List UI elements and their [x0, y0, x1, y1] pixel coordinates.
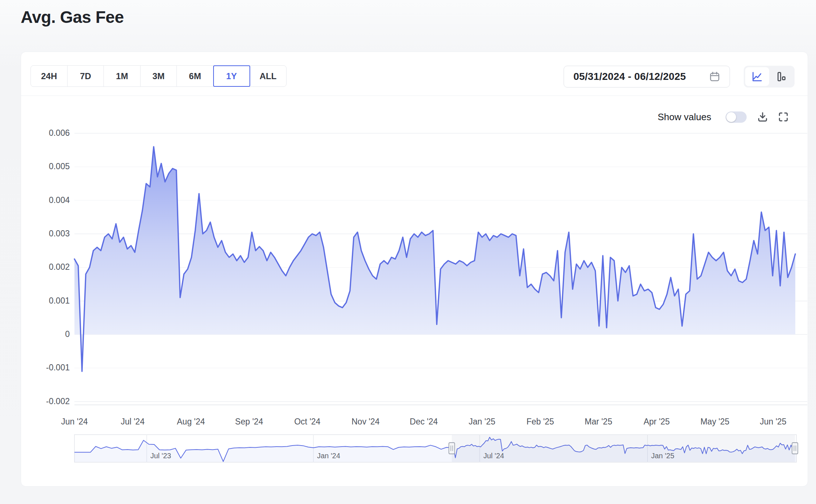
time-range-group: 24H 7D 1M 3M 6M 1Y ALL [31, 65, 287, 87]
range-button-6m[interactable]: 6M [176, 65, 214, 87]
y-axis-label: 0.003 [21, 229, 70, 239]
y-axis-label: -0.002 [21, 397, 70, 406]
range-button-3m[interactable]: 3M [140, 65, 177, 87]
y-axis-label: -0.001 [21, 363, 70, 373]
date-range-picker[interactable]: 05/31/2024 - 06/12/2025 [564, 66, 730, 88]
x-axis-label: Jun '25 [744, 417, 802, 427]
fullscreen-button[interactable] [777, 111, 789, 123]
date-range-text: 05/31/2024 - 06/12/2025 [573, 71, 686, 82]
x-axis-label: Nov '24 [337, 417, 395, 427]
x-axis-label: Feb '25 [511, 417, 569, 427]
y-axis-label: 0.006 [21, 128, 70, 138]
x-axis-label: May '25 [686, 417, 744, 427]
navigator-label: Jul '24 [483, 452, 504, 460]
navigator-label: Jan '24 [317, 452, 340, 460]
gas-fee-widget: Avg. Gas Fee 24H 7D 1M 3M 6M 1Y ALL 05/3… [0, 0, 816, 504]
y-axis-label: 0.002 [21, 262, 70, 272]
y-axis-label: 0.001 [21, 296, 70, 306]
x-axis-label: Aug '24 [162, 417, 220, 427]
plot-area[interactable] [74, 123, 807, 405]
toggle-knob [726, 112, 736, 122]
y-axis-label: 0 [21, 329, 70, 339]
x-axis-label: Mar '25 [569, 417, 628, 427]
download-tray-icon [757, 111, 768, 123]
navigator-label: Jul '23 [150, 452, 171, 460]
header-divider [21, 95, 808, 96]
calendar-icon [709, 70, 721, 83]
x-axis-label: Dec '24 [395, 417, 453, 427]
bar-chart-view-button[interactable] [769, 67, 793, 86]
x-axis-label: Jan '25 [453, 417, 511, 427]
page-title: Avg. Gas Fee [21, 7, 124, 27]
x-axis-label: Jul '24 [103, 417, 162, 427]
range-button-7d[interactable]: 7D [67, 65, 104, 87]
x-axis-label: Oct '24 [278, 417, 336, 427]
show-values-toggle[interactable] [726, 111, 747, 123]
x-axis-label: Sep '24 [220, 417, 278, 427]
range-button-1y[interactable]: 1Y [213, 65, 250, 87]
view-mode-toggle [744, 66, 795, 88]
y-axis-label: 0.005 [21, 162, 70, 171]
range-button-1m[interactable]: 1M [103, 65, 141, 87]
x-axis-label: Apr '25 [628, 417, 686, 427]
show-values-label: Show values [658, 111, 711, 123]
range-button-24h[interactable]: 24H [31, 65, 68, 87]
line-chart-view-button[interactable] [745, 67, 769, 86]
range-button-all[interactable]: ALL [249, 65, 287, 87]
expand-corners-icon [778, 111, 789, 123]
y-axis-label: 0.004 [21, 195, 70, 205]
line-chart-icon [751, 70, 763, 83]
chart-controls-row: Show values [21, 110, 808, 125]
navigator-label: Jan '25 [651, 452, 674, 460]
bar-chart-icon [775, 70, 787, 83]
download-button[interactable] [756, 111, 769, 123]
x-axis-label: Jun '24 [45, 417, 103, 427]
